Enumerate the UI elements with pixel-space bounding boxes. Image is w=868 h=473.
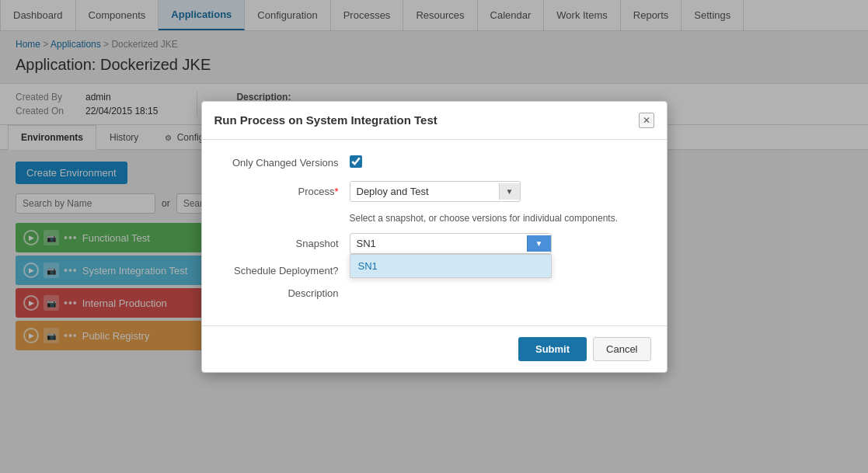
snapshot-dropdown: SN1 (350, 254, 552, 278)
modal-title: Run Process on System Integration Test (214, 113, 437, 127)
only-changed-label: Only Changed Versions (225, 157, 350, 169)
only-changed-row: Only Changed Versions (225, 155, 643, 170)
snapshot-dropdown-btn[interactable]: ▼ (527, 235, 551, 252)
cancel-button[interactable]: Cancel (593, 337, 650, 361)
modal-overlay: Run Process on System Integration Test ✕… (0, 0, 868, 365)
modal-header: Run Process on System Integration Test ✕ (202, 102, 667, 140)
process-select-wrapper[interactable]: Deploy and Test ▼ (350, 181, 521, 202)
schedule-label: Schedule Deployment? (225, 265, 350, 276)
snapshot-value: SN1 (350, 234, 527, 253)
snapshot-label: Snapshot (225, 238, 350, 249)
snapshot-input[interactable]: SN1 ▼ (350, 233, 552, 254)
snapshot-row: Snapshot SN1 ▼ SN1 (225, 233, 643, 254)
modal-dialog: Run Process on System Integration Test ✕… (201, 101, 668, 366)
only-changed-checkbox[interactable] (350, 155, 362, 168)
description-row: Description (225, 287, 643, 299)
snapshot-control: SN1 ▼ SN1 (350, 233, 643, 254)
process-label: Process* (225, 186, 350, 197)
description-label: Description (225, 287, 350, 299)
modal-close-button[interactable]: ✕ (639, 113, 654, 128)
snapshot-wrapper: SN1 ▼ SN1 (350, 233, 552, 254)
process-row: Process* Deploy and Test ▼ (225, 181, 643, 202)
modal-footer: Submit Cancel (202, 325, 667, 366)
snapshot-option-sn1[interactable]: SN1 (350, 255, 551, 277)
process-select-text: Deploy and Test (350, 182, 499, 201)
hint-text: Select a snapshot, or choose versions fo… (225, 213, 643, 224)
submit-button[interactable]: Submit (518, 337, 587, 361)
process-control: Deploy and Test ▼ (350, 181, 643, 202)
process-dropdown-btn[interactable]: ▼ (499, 183, 520, 200)
modal-body: Only Changed Versions Process* Deploy an… (202, 140, 667, 325)
only-changed-control (350, 155, 643, 170)
